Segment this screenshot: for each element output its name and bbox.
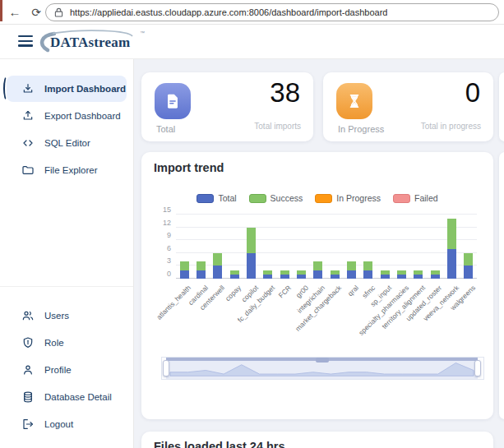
bar-segment-total xyxy=(331,275,340,279)
person-icon xyxy=(21,363,35,376)
y-tick-label: 15 xyxy=(150,206,171,214)
bar-walgreens[interactable] xyxy=(460,215,477,279)
bar-veeva_network[interactable] xyxy=(443,215,460,279)
bar-integrichain[interactable] xyxy=(310,215,326,279)
y-tick-label: 6 xyxy=(150,243,171,252)
folder-icon xyxy=(21,164,35,177)
x-axis-labels: atlantis_healthcardinalcenterwellcopayco… xyxy=(176,280,477,348)
bar-copilot[interactable] xyxy=(243,215,259,279)
upload-icon xyxy=(21,109,35,122)
window-edge-accent xyxy=(0,0,2,21)
sidebar-nav-group: Import DashboardExport DashboardSQL Edit… xyxy=(0,76,133,184)
browser-reload-button[interactable]: ⟳ xyxy=(28,4,44,21)
bar-gr00[interactable] xyxy=(293,215,309,279)
plot-area: 03691215 xyxy=(176,215,477,279)
bar-segment-total xyxy=(363,270,372,279)
bar-segment-success xyxy=(180,261,189,270)
bar-segment-total xyxy=(464,266,473,279)
bar-copay[interactable] xyxy=(226,215,243,279)
legend-item-in-progress[interactable]: In Progress xyxy=(315,193,381,203)
bar-segment-total xyxy=(180,270,189,279)
sidebar-item-import-dashboard[interactable]: Import Dashboard xyxy=(7,76,127,102)
bar-qral[interactable] xyxy=(343,215,359,279)
files-loaded-title: Files loaded last 24 hrs xyxy=(154,440,285,448)
bar-updated_roster[interactable] xyxy=(427,215,443,279)
sidebar-item-file-explorer[interactable]: File Explorer xyxy=(7,157,127,183)
bar-segment-success xyxy=(363,261,372,270)
y-tick-label: 0 xyxy=(150,270,171,278)
slider-left-handle[interactable] xyxy=(163,360,169,376)
shield-icon xyxy=(21,336,35,349)
bar-segment-total xyxy=(397,275,406,279)
bar-fc_daily_budget[interactable] xyxy=(260,215,276,279)
legend-swatch xyxy=(249,194,266,203)
bar-segment-total xyxy=(447,249,456,279)
slider-grip-handle[interactable] xyxy=(316,358,329,363)
data-zoom-slider[interactable] xyxy=(161,357,484,380)
bar-sfmc[interactable] xyxy=(360,215,377,279)
sidebar-item-database-detail[interactable]: Database Detail xyxy=(7,384,127,410)
chart-title: Import trend xyxy=(154,161,224,174)
bar-series xyxy=(176,215,477,279)
app-header: DATAstream ™ xyxy=(0,25,504,59)
y-tick-label: 9 xyxy=(150,231,171,239)
sidebar-item-label: Users xyxy=(44,311,69,321)
sidebar: Import DashboardExport DashboardSQL Edit… xyxy=(0,59,134,448)
sidebar-item-export-dashboard[interactable]: Export Dashboard xyxy=(7,103,127,129)
in-progress-label: In Progress xyxy=(338,124,384,134)
x-tick-label-atlantis_health: atlantis_health xyxy=(155,284,192,321)
sidebar-item-role[interactable]: Role xyxy=(7,330,127,356)
legend-label: Failed xyxy=(414,193,438,203)
bar-specialty_pharmacies[interactable] xyxy=(393,215,409,279)
legend-item-failed[interactable]: Failed xyxy=(393,193,438,203)
total-imports-card: 38 Total Total imports xyxy=(141,72,313,141)
x-tick-label-qral: qral xyxy=(345,284,359,298)
sidebar-item-sql-editor[interactable]: SQL Editor xyxy=(7,130,127,156)
sidebar-item-users[interactable]: Users xyxy=(7,303,127,329)
sidebar-item-profile[interactable]: Profile xyxy=(7,357,127,383)
bar-segment-total xyxy=(414,275,423,279)
sidebar-account-group: UsersRoleProfileDatabase DetailLogout xyxy=(0,303,133,438)
bar-cardinal[interactable] xyxy=(192,215,209,279)
bar-segment-success xyxy=(313,261,322,270)
x-tick-label-copay: copay xyxy=(224,284,243,303)
url-text[interactable]: https://appliedai.eastus.cloudapp.azure.… xyxy=(70,7,387,17)
chart-legend: TotalSuccessIn ProgressFailed xyxy=(141,193,493,203)
slider-right-handle[interactable] xyxy=(474,360,481,376)
download-icon xyxy=(21,82,35,95)
main-content: 38 Total Total imports 0 In Progress Tot… xyxy=(134,59,504,448)
in-progress-value: 0 xyxy=(465,77,480,109)
bar-segment-total xyxy=(313,270,322,279)
sidebar-item-label: SQL Editor xyxy=(44,138,90,148)
bar-territory_alignment[interactable] xyxy=(410,215,427,279)
menu-icon[interactable] xyxy=(18,35,33,48)
selected-item-bracket xyxy=(3,76,11,101)
bar-FCR[interactable] xyxy=(276,215,293,279)
total-imports-label: Total xyxy=(156,124,175,134)
legend-swatch xyxy=(393,194,410,203)
y-tick-label: 3 xyxy=(150,256,171,265)
logo-trademark: ™ xyxy=(140,30,145,35)
bar-segment-success xyxy=(197,261,206,270)
bar-market_chargeback[interactable] xyxy=(326,215,343,279)
sidebar-item-label: Role xyxy=(44,338,64,348)
legend-item-total[interactable]: Total xyxy=(197,193,236,203)
bar-centerwell[interactable] xyxy=(210,215,226,279)
logo-text: DATAstream xyxy=(50,35,130,51)
sidebar-item-logout[interactable]: Logout xyxy=(7,411,127,437)
slider-selection-band[interactable] xyxy=(166,358,478,379)
bar-atlantis_health[interactable] xyxy=(176,215,192,279)
sidebar-item-label: Database Detail xyxy=(44,392,112,402)
bar-segment-total xyxy=(431,275,440,279)
x-tick-label-FCR: FCR xyxy=(277,284,293,299)
browser-back-button[interactable]: ← xyxy=(7,4,23,21)
app-logo: DATAstream ™ xyxy=(36,27,143,57)
address-bar[interactable]: https://appliedai.eastus.cloudapp.azure.… xyxy=(45,3,499,21)
legend-swatch xyxy=(315,194,332,203)
bar-sp_input[interactable] xyxy=(377,215,393,279)
bar-segment-success xyxy=(464,253,473,266)
legend-item-success[interactable]: Success xyxy=(249,193,303,203)
bar-segment-total xyxy=(263,275,272,279)
bar-segment-total xyxy=(297,275,306,279)
total-imports-value: 38 xyxy=(270,77,300,109)
